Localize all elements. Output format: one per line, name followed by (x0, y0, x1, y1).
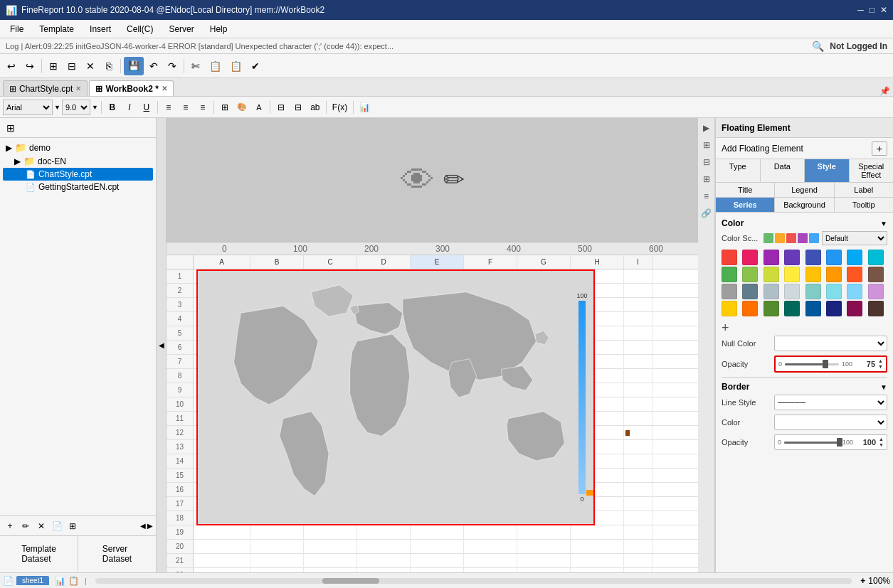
sheet1-tab[interactable]: sheet1 (16, 576, 49, 585)
border-dropdown[interactable]: ▼ (880, 383, 887, 391)
border-opacity-up[interactable]: ▲ (879, 437, 884, 442)
merge-cells[interactable]: ⊞ (217, 100, 233, 115)
cs-select[interactable]: Default (822, 231, 887, 245)
close-button[interactable]: ✕ (880, 5, 887, 15)
lp-delete[interactable]: ✕ (34, 519, 48, 533)
color-cell-2[interactable] (763, 250, 779, 265)
color-cell-3[interactable] (784, 250, 800, 265)
color-cell-28[interactable] (805, 301, 821, 316)
color-cell-7[interactable] (868, 250, 884, 265)
line-style-select[interactable]: ───── (774, 395, 887, 410)
bold-button[interactable]: B (105, 100, 120, 115)
border-opacity-spin[interactable]: ▲ ▼ (879, 437, 884, 448)
toolbar-minus[interactable]: ⊟ (63, 57, 80, 75)
opacity-spin[interactable]: ▲ ▼ (878, 358, 883, 370)
color-cell-15[interactable] (868, 267, 884, 282)
bg-color[interactable]: 🎨 (234, 100, 250, 115)
lp-more1[interactable]: 📄 (50, 519, 64, 533)
border-color-select[interactable] (774, 415, 887, 430)
swatch-4[interactable] (798, 233, 808, 243)
chart-edit-icon[interactable]: ✏ (443, 165, 465, 195)
tree-item-demo[interactable]: ▶ 📁 demo (3, 141, 153, 154)
align-right[interactable]: ≡ (195, 100, 211, 115)
toolbar-check[interactable]: ✔ (247, 57, 264, 75)
color-cell-17[interactable] (742, 284, 758, 299)
rp-tab-data[interactable]: Data (761, 159, 805, 182)
color-cell-8[interactable] (722, 267, 737, 282)
col-C[interactable]: C (304, 255, 357, 269)
color-cell-6[interactable] (847, 250, 862, 265)
swatch-2[interactable] (775, 233, 785, 243)
color-cell-29[interactable] (826, 301, 842, 316)
color-cell-11[interactable] (784, 267, 800, 282)
fontsize-select[interactable]: 9.0 (62, 100, 90, 115)
status-icon-1[interactable]: 📊 (55, 576, 65, 586)
lp-more2[interactable]: ⊞ (65, 519, 80, 533)
color-cell-21[interactable] (826, 284, 842, 299)
menu-server[interactable]: Server (162, 22, 201, 36)
opacity-slider-container[interactable]: 0 100 75 ▲ ▼ (774, 356, 887, 373)
status-icon-2[interactable]: 📋 (68, 576, 79, 586)
col-E[interactable]: E (411, 255, 464, 269)
cell-i1[interactable] (624, 269, 652, 284)
color-cell-31[interactable] (868, 301, 884, 316)
border-opacity-thumb[interactable] (837, 438, 842, 447)
menu-cell[interactable]: Cell(C) (120, 22, 160, 36)
color-cell-22[interactable] (847, 284, 862, 299)
chart-insert[interactable]: 📊 (356, 100, 373, 115)
color-cell-14[interactable] (847, 267, 862, 282)
restore-button[interactable]: □ (870, 5, 874, 15)
rp-tab-special[interactable]: Special Effect (850, 159, 894, 182)
map-area[interactable]: 100 0 (196, 269, 595, 525)
tree-item-gettingstarted[interactable]: 📄 GettingStartedEN.cpt (3, 181, 153, 193)
login-status[interactable]: Not Logged In (830, 41, 887, 51)
tree-item-docen[interactable]: ▶ 📁 doc-EN (3, 154, 153, 168)
strip-link[interactable]: 🔗 (699, 206, 714, 220)
align-center[interactable]: ≡ (178, 100, 194, 115)
color-cell-19[interactable] (784, 284, 800, 299)
lp-expand-all[interactable]: ⊞ (3, 120, 19, 136)
rp-tab3-tooltip[interactable]: Tooltip (835, 198, 893, 212)
toolbar-paste2[interactable]: 📋 (226, 57, 245, 75)
toolbar-back[interactable]: ↩ (3, 57, 20, 75)
opacity-up[interactable]: ▲ (878, 358, 883, 364)
col-A[interactable]: A (194, 255, 250, 269)
rp-tab2-legend[interactable]: Legend (775, 183, 834, 197)
rp-tab2-title[interactable]: Title (716, 183, 775, 197)
col-G[interactable]: G (517, 255, 571, 269)
toolbar-delete[interactable]: ✕ (82, 57, 99, 75)
opacity-thumb[interactable] (823, 360, 828, 368)
collapse-left[interactable]: ◀ (157, 118, 167, 572)
rp-tab2-label[interactable]: Label (835, 183, 893, 197)
rp-tab-type[interactable]: Type (716, 159, 761, 182)
menu-file[interactable]: File (3, 22, 31, 36)
swatch-3[interactable] (786, 233, 796, 243)
border-opacity-down[interactable]: ▼ (879, 442, 884, 448)
lp-add[interactable]: + (3, 519, 17, 533)
tree-item-chartstyle[interactable]: 📄 ChartStyle.cpt (3, 168, 153, 181)
borders[interactable]: ⊟ (273, 100, 289, 115)
toolbar-paste1[interactable]: 📋 (206, 57, 225, 75)
fontsize-dropdown-arrow[interactable]: ▼ (92, 104, 98, 111)
color-cell-24[interactable] (722, 301, 737, 316)
swatch-5[interactable] (809, 233, 819, 243)
color-cell-4[interactable] (805, 250, 821, 265)
minimize-button[interactable]: ─ (857, 5, 864, 15)
color-cell-9[interactable] (742, 267, 758, 282)
opacity-down[interactable]: ▼ (878, 364, 883, 370)
color-cell-23[interactable] (868, 284, 884, 299)
color-cell-12[interactable] (805, 267, 821, 282)
toolbar-cut[interactable]: ✄ (187, 57, 204, 75)
color-cell-16[interactable] (722, 284, 737, 299)
tab-pin[interactable]: 📌 (879, 86, 890, 96)
swatch-1[interactable] (763, 233, 773, 243)
horizontal-scrollbar[interactable] (95, 578, 852, 584)
search-icon[interactable]: 🔍 (812, 41, 824, 52)
color-cell-1[interactable] (742, 250, 758, 265)
strip-grid[interactable]: ⊞ (699, 172, 714, 186)
toolbar-redo[interactable]: ↷ (164, 57, 181, 75)
underline-button[interactable]: U (139, 100, 154, 115)
strip-view[interactable]: ⊟ (699, 155, 714, 169)
col-F[interactable]: F (464, 255, 517, 269)
tab-chartstyle-close[interactable]: ✕ (75, 85, 81, 92)
